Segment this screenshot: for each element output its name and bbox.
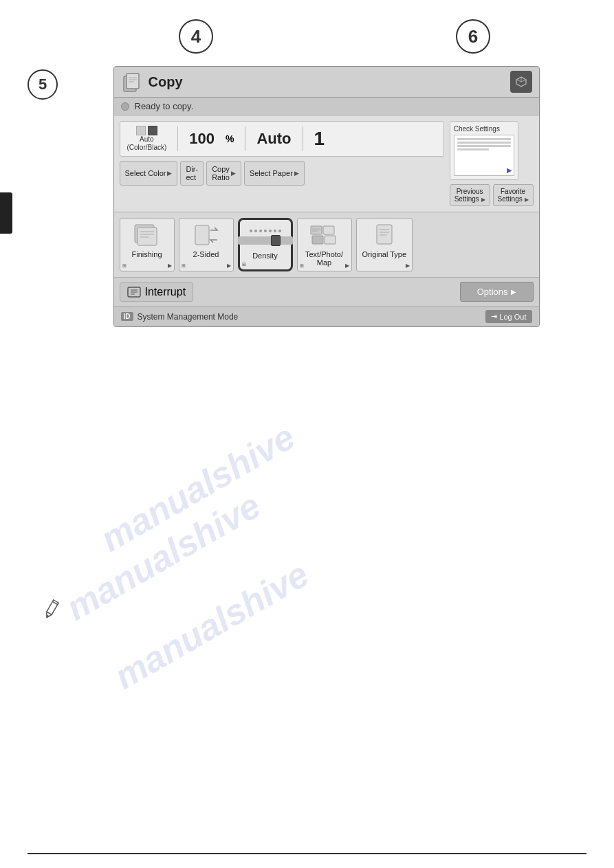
settings-right-col: Check Settings ▶ PreviousSettings <box>450 121 534 206</box>
density-button[interactable]: Density ⊞ <box>238 218 293 271</box>
svg-rect-21 <box>377 225 392 244</box>
step-6-circle: 6 <box>456 19 490 54</box>
interrupt-icon <box>127 287 141 298</box>
step-5-container: 5 Copy <box>0 59 614 327</box>
3d-button[interactable] <box>510 71 532 93</box>
feature-btns-row: Finishing ⊞ ▶ 2-Sided ⊞ ▶ <box>114 212 539 278</box>
step-5-circle: 5 <box>28 69 58 100</box>
options-button[interactable]: Options ▶ <box>460 282 534 302</box>
two-sided-svg <box>191 223 221 247</box>
previous-settings-button[interactable]: PreviousSettings ▶ <box>450 184 490 206</box>
divider-3 <box>303 126 303 151</box>
select-paper-button[interactable]: Select Paper ▶ <box>244 161 305 186</box>
bottom-line <box>28 853 586 854</box>
copy-paper-value: Auto <box>256 130 291 148</box>
original-type-label: Original Type <box>362 250 407 258</box>
check-settings-box[interactable]: Check Settings ▶ <box>450 121 518 180</box>
copy-info-row: Auto(Color/Black) 100 % Auto 1 <box>120 121 444 157</box>
two-sided-label: 2-Sided <box>193 250 219 258</box>
interrupt-button[interactable]: Interrupt <box>120 282 194 302</box>
copy-count-value: 1 <box>314 128 325 150</box>
svg-rect-14 <box>195 225 209 245</box>
select-paper-arrow: ▶ <box>294 170 299 177</box>
finishing-label: Finishing <box>131 250 162 258</box>
finishing-svg <box>132 223 162 247</box>
cube-icon <box>515 76 527 88</box>
text-photo-map-corner: ⊞ <box>300 263 304 269</box>
preview-line-2 <box>457 142 511 144</box>
svg-rect-20 <box>325 236 336 244</box>
finishing-expand: ▶ <box>168 263 172 269</box>
text-photo-map-button[interactable]: Text/Photo/Map ⊞ ▶ <box>297 218 352 271</box>
finishing-icon <box>131 223 164 247</box>
copy-title-text: Copy <box>149 74 183 90</box>
svg-rect-15 <box>311 226 322 234</box>
density-corner: ⊞ <box>242 262 246 267</box>
sys-bar-left: ID System Management Mode <box>121 312 239 322</box>
original-type-button[interactable]: Original Type ▶ <box>356 218 413 271</box>
bw-auto-item: Auto(Color/Black) <box>127 126 167 152</box>
quick-btns-row: Select Color ▶ Dir-ect CopyRatio ▶ Selec… <box>120 161 444 186</box>
copy-ratio-value: 100 <box>189 130 215 148</box>
status-bar: Ready to copy. <box>114 98 539 115</box>
select-color-arrow: ▶ <box>167 170 172 177</box>
check-settings-preview: ▶ <box>454 135 514 176</box>
bw-icon <box>136 126 157 135</box>
sidebar-tab <box>0 192 12 234</box>
two-sided-button[interactable]: 2-Sided ⊞ ▶ <box>179 218 234 271</box>
text-photo-map-expand: ▶ <box>345 263 349 269</box>
direct-button[interactable]: Dir-ect <box>180 161 204 186</box>
interrupt-label: Interrupt <box>145 286 186 298</box>
divider-2 <box>245 126 245 151</box>
copy-panel: Copy Ready to copy. <box>113 66 540 327</box>
preview-lines <box>454 135 514 155</box>
text-photo-map-label: Text/Photo/Map <box>305 250 343 267</box>
preview-line-4 <box>457 148 490 151</box>
original-type-svg <box>374 223 395 247</box>
status-text: Ready to copy. <box>135 101 194 111</box>
settings-area: Auto(Color/Black) 100 % Auto 1 <box>114 115 539 212</box>
paper-item: Auto <box>256 130 291 148</box>
svg-rect-1 <box>127 74 139 89</box>
preview-line-3 <box>457 145 511 147</box>
ratio-item: 100 <box>189 130 215 148</box>
status-dot <box>121 102 129 111</box>
density-label: Density <box>252 252 278 260</box>
pf-btns: PreviousSettings ▶ FavoriteSettings ▶ <box>450 184 534 206</box>
color-sq-light <box>136 126 146 135</box>
bottom-bar: Interrupt Options ▶ <box>114 278 539 307</box>
preview-arrow: ▶ <box>507 166 512 174</box>
finishing-corner: ⊞ <box>122 263 127 269</box>
density-handle <box>271 235 281 246</box>
color-sq-dark <box>148 126 157 135</box>
favorite-settings-button[interactable]: FavoriteSettings ▶ <box>493 184 534 206</box>
check-settings-label: Check Settings <box>454 125 514 133</box>
watermark-1: manualshive <box>94 416 302 559</box>
note-icon <box>38 596 66 627</box>
density-icon <box>249 224 282 249</box>
settings-left: Auto(Color/Black) 100 % Auto 1 <box>120 121 444 206</box>
text-photo-map-icon <box>308 223 341 247</box>
copy-icon <box>121 71 143 93</box>
original-type-expand: ▶ <box>406 263 410 269</box>
divider-1 <box>177 126 178 151</box>
finishing-button[interactable]: Finishing ⊞ ▶ <box>120 218 175 271</box>
density-dots-row <box>248 228 283 234</box>
two-sided-corner: ⊞ <box>182 263 186 269</box>
select-color-button[interactable]: Select Color ▶ <box>120 161 178 186</box>
logout-button[interactable]: ⇥ Log Out <box>485 310 531 323</box>
copy-title-bar: Copy <box>114 67 539 98</box>
count-item: 1 <box>314 128 325 150</box>
step-4-circle: 4 <box>179 19 213 54</box>
preview-line-1 <box>457 138 511 140</box>
copy-ratio-button[interactable]: CopyRatio ▶ <box>206 161 241 186</box>
pencil-svg <box>38 596 65 623</box>
svg-rect-10 <box>138 227 157 245</box>
svg-line-8 <box>516 80 521 82</box>
sys-id-badge: ID <box>121 312 133 321</box>
auto-color-label: Auto(Color/Black) <box>127 135 167 152</box>
two-sided-expand: ▶ <box>227 263 231 269</box>
svg-rect-16 <box>323 226 334 234</box>
copy-title-left: Copy <box>121 71 183 93</box>
system-bar: ID System Management Mode ⇥ Log Out <box>114 307 539 326</box>
